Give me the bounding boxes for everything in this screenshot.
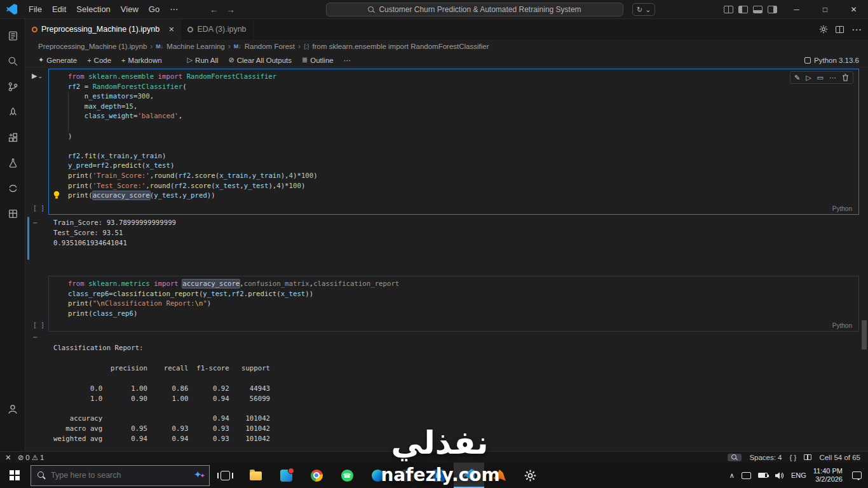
editor-tabs: Preprocessing_Machine (1).ipynb ✕ EDA (3… [25, 19, 868, 39]
markdown-cell-icon: M↓ [234, 43, 241, 50]
account-icon[interactable] [0, 396, 25, 422]
task-view-button[interactable] [210, 463, 240, 488]
menu-file[interactable]: File [24, 0, 47, 19]
nav-back-icon[interactable]: ← [210, 0, 219, 19]
command-center-search[interactable]: Customer Churn Prediction & Automated Re… [326, 3, 623, 17]
jupyter-icon[interactable] [0, 175, 25, 201]
phone-icon: ☎ [343, 472, 351, 479]
whatsapp-button[interactable]: ☎ [332, 463, 362, 488]
run-debug-icon[interactable] [0, 99, 25, 125]
editor-actions: ⋯ [819, 19, 862, 39]
taskbar-search-input[interactable] [51, 471, 172, 480]
breadcrumb-section[interactable]: Machine Learning [166, 43, 224, 50]
code-cell-2[interactable]: [ ] from sklearn.metrics import accuracy… [48, 276, 859, 332]
add-code-button[interactable]: + Code [87, 57, 111, 64]
breadcrumb-subsection[interactable]: Random Forest [245, 43, 295, 50]
generate-button[interactable]: ✦ Generate [38, 56, 77, 64]
toggle-sidebar-icon[interactable] [738, 6, 748, 13]
language-indicator[interactable]: ENG [791, 471, 806, 479]
teal-app-button[interactable] [271, 463, 301, 488]
toolbar-more-icon[interactable]: ⋯ [344, 56, 351, 65]
statusbar-search-button[interactable] [728, 454, 742, 461]
whatsapp-icon: ☎ [341, 470, 353, 482]
vscode-logo-icon [6, 4, 17, 15]
battery-icon[interactable] [758, 473, 768, 478]
copilot-dropdown-button[interactable]: ↻ ⌄ [632, 3, 655, 16]
menu-selection[interactable]: Selection [71, 0, 115, 19]
run-cell-button[interactable]: ▶ ⌄ [32, 72, 43, 80]
code-cell-1[interactable]: ▶ ⌄ [ ] ✎ ▷ ▭ ⋯ from sklearn.ensemble im… [48, 69, 859, 215]
sparkle-icon: ✦ [38, 56, 44, 64]
code-editor[interactable]: from sklearn.metrics import accuracy_sco… [49, 276, 858, 318]
testing-flask-icon[interactable] [0, 150, 25, 175]
explorer-icon[interactable] [0, 23, 25, 48]
tab-eda[interactable]: EDA (3).ipynb [181, 19, 253, 39]
settings-gear-icon[interactable] [819, 25, 828, 34]
menu-more-icon[interactable]: ⋯ [165, 0, 183, 19]
more-actions-icon[interactable]: ⋯ [851, 24, 862, 36]
cell-position-indicator[interactable]: Cell 54 of 65 [819, 454, 860, 461]
taskbar-search[interactable]: ✦✦ [31, 465, 210, 486]
braces-icon[interactable]: { } [790, 454, 797, 461]
breadcrumb-cell[interactable]: from sklearn.ensemble import RandomFores… [313, 43, 489, 50]
menu-go[interactable]: Go [144, 0, 165, 19]
cell-language-label[interactable]: Python [832, 205, 852, 212]
output-gutter-icon[interactable]: ⋯ [33, 219, 37, 227]
action-center-icon[interactable] [852, 471, 862, 479]
chevron-down-icon: ⌄ [645, 6, 651, 14]
menu-view[interactable]: View [116, 0, 144, 19]
run-all-button[interactable]: ▷ Run All [187, 56, 219, 64]
command-center-text: Customer Churn Prediction & Automated Re… [379, 5, 581, 14]
toggle-secondary-sidebar-icon[interactable] [768, 6, 777, 13]
toggle-panel-icon[interactable] [753, 6, 763, 13]
cell-output-1: Train_Score: 93.78999999999999 Test_Scor… [53, 218, 176, 248]
menu-edit[interactable]: Edit [47, 0, 71, 19]
touchpad-icon[interactable] [742, 472, 751, 479]
breadcrumb-file[interactable]: Preprocessing_Machine (1).ipynb [38, 43, 147, 50]
tray-chevron-icon[interactable]: ∧ [729, 471, 735, 480]
minimize-button[interactable]: ─ [782, 0, 811, 19]
kernel-picker[interactable]: Python 3.13.6 [804, 57, 859, 64]
run-all-icon: ▷ [187, 56, 193, 64]
nav-forward-icon[interactable]: → [226, 0, 235, 19]
clear-outputs-button[interactable]: ⊘ Clear All Outputs [229, 56, 292, 64]
search-icon [37, 471, 46, 480]
chrome-button[interactable] [301, 463, 332, 488]
outline-icon: ≣ [302, 56, 308, 64]
code-editor[interactable]: from sklearn.ensemble import RandomFores… [49, 69, 858, 201]
source-control-icon[interactable] [0, 74, 25, 99]
outline-button[interactable]: ≣ Outline [302, 56, 334, 64]
tab-close-icon[interactable]: ✕ [168, 25, 174, 34]
settings-button[interactable] [515, 463, 545, 488]
problems-indicator[interactable]: ⊘ 0 ⚠ 1 [18, 453, 44, 462]
maximize-button[interactable]: □ [811, 0, 839, 19]
breadcrumb: Preprocessing_Machine (1).ipynb › M↓ Mac… [25, 39, 868, 53]
run-icon: ▶ [32, 72, 37, 80]
refresh-icon: ↻ [637, 6, 642, 14]
split-editor-icon[interactable] [836, 26, 844, 33]
speaker-icon[interactable] [775, 471, 784, 480]
notebook-layout-icon[interactable] [804, 454, 811, 460]
add-markdown-button[interactable]: + Markdown [121, 57, 162, 64]
extensions-icon[interactable] [0, 125, 25, 150]
markdown-cell-icon: M↓ [156, 43, 163, 50]
clear-outputs-label: Clear All Outputs [237, 57, 292, 64]
cell-language-label[interactable]: Python [832, 322, 852, 329]
tab-preprocessing-machine[interactable]: Preprocessing_Machine (1).ipynb ✕ [25, 19, 181, 39]
chrome-icon [311, 470, 323, 482]
close-button[interactable]: ✕ [839, 0, 868, 19]
layout-controls [724, 0, 781, 19]
warning-icon: ⚠ [32, 453, 38, 462]
table-grid-icon[interactable] [0, 201, 25, 226]
watermark-arabic: نفذلي [376, 424, 503, 461]
scrollbar-thumb[interactable] [862, 320, 867, 349]
output-gutter-icon[interactable]: ⋯ [33, 333, 37, 341]
search-sidebar-icon[interactable] [0, 48, 25, 74]
indentation-indicator[interactable]: Spaces: 4 [749, 454, 782, 461]
start-button[interactable] [0, 463, 29, 488]
customize-layout-icon[interactable] [724, 6, 733, 13]
run-all-label: Run All [195, 57, 218, 64]
clock[interactable]: 11:40 PM 3/2/2026 [813, 467, 843, 484]
remote-close-icon[interactable]: ✕ [5, 453, 11, 462]
file-explorer-button[interactable] [240, 463, 271, 488]
